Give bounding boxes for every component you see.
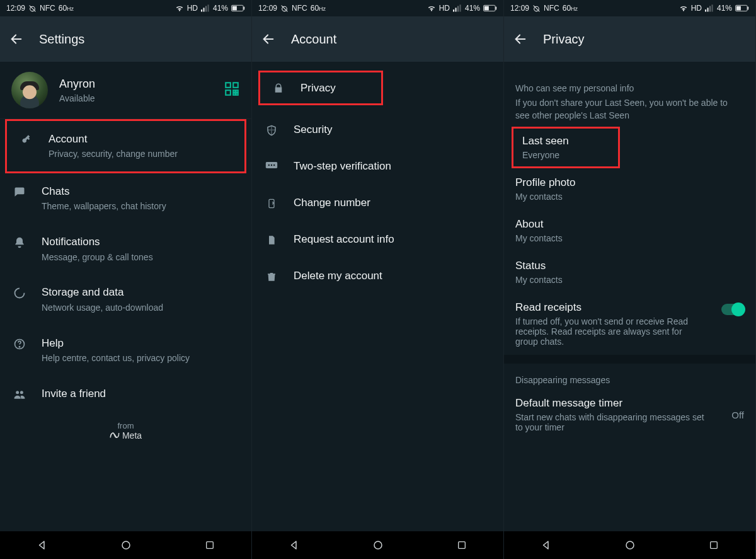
back-button[interactable] xyxy=(9,32,24,47)
back-button[interactable] xyxy=(513,32,528,47)
people-icon xyxy=(11,387,28,401)
nav-back[interactable] xyxy=(539,538,554,553)
alarm-off-icon xyxy=(28,4,37,13)
account-item-privacy[interactable]: Privacy xyxy=(258,71,383,105)
item-title: About xyxy=(515,218,744,231)
account-item-request-info[interactable]: Request account info xyxy=(252,221,503,258)
status-hd: HD xyxy=(691,4,702,13)
svg-rect-12 xyxy=(233,90,235,92)
status-hd: HD xyxy=(439,4,450,13)
item-sub: Privacy, security, change number xyxy=(49,148,233,160)
trash-icon xyxy=(263,269,280,283)
svg-rect-30 xyxy=(495,6,496,9)
screen-settings: 12:09 NFC 60Hz HD 41% Settings Anyron Av… xyxy=(0,0,252,559)
item-title: Storage and data xyxy=(42,285,240,299)
svg-rect-43 xyxy=(711,4,713,11)
nav-back[interactable] xyxy=(287,538,302,553)
item-title: Notifications xyxy=(42,235,240,248)
svg-rect-3 xyxy=(205,6,207,12)
page-title: Privacy xyxy=(543,32,585,47)
svg-rect-49 xyxy=(710,542,717,549)
screen-account: 12:09 NFC 60Hz HD 41% Account xyxy=(252,0,504,559)
privacy-item-last-seen[interactable]: Last seen Everyone xyxy=(512,127,620,168)
nav-recents[interactable] xyxy=(706,538,721,553)
page-title: Settings xyxy=(39,32,84,47)
svg-rect-14 xyxy=(236,90,238,92)
svg-rect-29 xyxy=(484,6,489,11)
svg-rect-13 xyxy=(236,93,238,95)
bell-icon xyxy=(11,235,28,249)
wifi-icon xyxy=(679,4,688,13)
item-title: Delete my account xyxy=(294,269,492,282)
profile-row[interactable]: Anyron Available xyxy=(0,62,251,119)
lock-icon xyxy=(270,81,287,94)
nav-home[interactable] xyxy=(622,538,638,553)
svg-rect-42 xyxy=(709,6,711,12)
item-sub: My contacts xyxy=(515,275,744,285)
item-title: Chats xyxy=(42,185,240,198)
nav-recents[interactable] xyxy=(202,538,217,553)
section-desc-last-seen: If you don't share your Last Seen, you w… xyxy=(504,97,755,127)
chat-icon xyxy=(11,185,28,199)
svg-rect-9 xyxy=(226,83,231,88)
svg-rect-45 xyxy=(736,6,741,11)
app-bar: Settings xyxy=(0,16,251,62)
settings-item-notifications[interactable]: Notifications Message, group & call tone… xyxy=(0,224,251,274)
settings-item-chats[interactable]: Chats Theme, wallpapers, chat history xyxy=(0,173,251,224)
status-battery-pct: 41% xyxy=(465,4,480,13)
app-bar: Privacy xyxy=(504,16,755,62)
svg-rect-41 xyxy=(707,8,708,11)
settings-item-account[interactable]: Account Privacy, security, change number xyxy=(5,119,246,173)
svg-point-20 xyxy=(20,391,23,394)
help-icon xyxy=(11,337,28,350)
key-icon xyxy=(18,132,35,146)
item-sub: My contacts xyxy=(515,192,744,202)
item-title: Privacy xyxy=(301,81,371,95)
account-item-security[interactable]: Security xyxy=(252,112,503,148)
item-sub: If turned off, you won't send or receive… xyxy=(515,316,704,347)
svg-point-21 xyxy=(122,541,130,549)
shield-icon xyxy=(263,123,280,137)
account-item-two-step[interactable]: Two-step verification xyxy=(252,148,503,184)
account-item-delete[interactable]: Delete my account xyxy=(252,258,503,294)
svg-rect-6 xyxy=(232,6,237,11)
svg-point-33 xyxy=(268,164,270,166)
account-item-change-number[interactable]: Change number xyxy=(252,185,503,221)
svg-point-37 xyxy=(374,541,382,549)
data-usage-icon xyxy=(11,285,28,299)
svg-rect-1 xyxy=(201,9,202,12)
status-bar: 12:09 NFC 60Hz HD 41% xyxy=(252,0,503,16)
page-title: Account xyxy=(291,32,336,47)
svg-point-35 xyxy=(273,164,275,166)
nav-home[interactable] xyxy=(118,538,134,553)
document-icon xyxy=(263,233,280,246)
qr-code-button[interactable] xyxy=(224,81,240,100)
status-battery-pct: 41% xyxy=(213,4,228,13)
privacy-item-about[interactable]: About My contacts xyxy=(504,210,755,251)
item-title: Change number xyxy=(294,196,492,209)
status-time: 12:09 xyxy=(510,4,529,13)
nav-recents[interactable] xyxy=(454,538,469,553)
alarm-off-icon xyxy=(280,4,289,13)
privacy-item-profile-photo[interactable]: Profile photo My contacts xyxy=(504,168,755,210)
privacy-item-default-timer[interactable]: Default message timer Start new chats wi… xyxy=(504,389,755,441)
item-title: Two-step verification xyxy=(294,159,492,173)
settings-item-invite[interactable]: Invite a friend xyxy=(0,376,251,412)
status-time: 12:09 xyxy=(258,4,277,13)
settings-item-help[interactable]: Help Help centre, contact us, privacy po… xyxy=(0,325,251,376)
password-icon xyxy=(263,159,280,170)
section-header-disappearing: Disappearing messages xyxy=(504,364,755,389)
privacy-item-read-receipts[interactable]: Read receipts If turned off, you won't s… xyxy=(504,293,755,355)
nav-back[interactable] xyxy=(35,538,50,553)
meta-logo: Meta xyxy=(0,430,251,441)
section-header-personal-info: Who can see my personal info xyxy=(504,74,755,97)
item-sub: Message, group & call tones xyxy=(42,251,240,263)
privacy-item-status[interactable]: Status My contacts xyxy=(504,251,755,293)
svg-rect-27 xyxy=(459,4,461,11)
back-button[interactable] xyxy=(261,32,276,47)
settings-item-storage[interactable]: Storage and data Network usage, auto-dow… xyxy=(0,274,251,325)
nav-home[interactable] xyxy=(370,538,386,553)
read-receipts-toggle[interactable] xyxy=(721,304,744,315)
status-time: 12:09 xyxy=(6,4,25,13)
battery-icon xyxy=(483,4,497,12)
